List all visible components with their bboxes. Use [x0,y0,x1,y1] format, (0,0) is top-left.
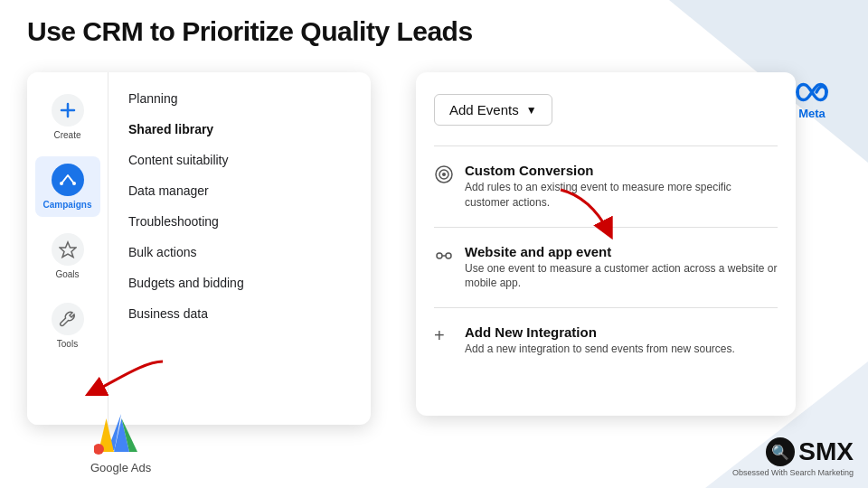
meta-logo-text: Meta [798,107,826,120]
page-title: Use CRM to Prioritize Quality Leads [27,16,473,47]
menu-divider-3 [434,307,778,308]
smx-tagline: Obsessed With Search Marketing [732,468,854,477]
custom-conversion-icon [434,164,454,184]
dropdown-chevron-icon: ▼ [526,104,537,117]
svg-point-14 [437,253,442,258]
goals-label: Goals [55,269,79,279]
google-ads-panel: Create Campaigns Goals [27,72,371,425]
svg-point-15 [446,253,451,258]
add-events-label: Add Events [449,102,519,117]
menu-item-planning[interactable]: Planning [118,85,362,112]
add-events-button[interactable]: Add Events ▼ [434,94,552,126]
create-icon [52,94,84,127]
sidebar-item-goals[interactable]: Goals [35,226,100,286]
meta-menu-add-integration[interactable]: + Add New Integration Add a new integrat… [434,315,778,366]
add-integration-icon: + [434,326,454,346]
smx-label: SMX [798,437,854,466]
google-ads-text: Google Ads [90,461,151,474]
meta-logo-icon [790,80,834,105]
campaigns-icon [52,164,84,196]
sidebar-item-campaigns[interactable]: Campaigns [35,156,100,217]
menu-item-budgets-bidding[interactable]: Budgets and bidding [118,269,362,296]
add-integration-title: Add New Integration [465,324,735,340]
sidebar-item-tools[interactable]: Tools [35,296,100,356]
smx-search-icon: 🔍 [766,437,795,466]
menu-item-content-suitability[interactable]: Content suitability [118,146,362,174]
menu-item-shared-library[interactable]: Shared library [118,116,362,143]
menu-divider [434,145,778,146]
add-integration-desc: Add a new integration to send events fro… [465,342,735,357]
campaigns-label: Campaigns [43,200,92,210]
website-app-desc: Use one event to measure a customer acti… [465,261,778,292]
google-ads-logo: Google Ads [90,405,151,474]
create-label: Create [53,130,80,140]
custom-conversion-title: Custom Conversion [465,163,778,178]
red-arrow-left [90,352,172,398]
svg-point-13 [442,173,446,176]
goals-icon [52,233,84,266]
google-ads-triangle-icon [94,405,148,459]
website-app-icon [434,246,454,266]
menu-item-business-data[interactable]: Business data [118,300,362,327]
smx-logo: 🔍 SMX Obsessed With Search Marketing [732,437,854,477]
menu-item-troubleshooting[interactable]: Troubleshooting [118,208,362,235]
sidebar-item-create[interactable]: Create [35,87,100,147]
menu-item-bulk-actions[interactable]: Bulk actions [118,239,362,266]
red-arrow-right [542,181,633,253]
svg-point-2 [60,182,63,185]
svg-point-3 [72,182,76,185]
meta-logo: Meta [790,80,834,120]
menu-item-data-manager[interactable]: Data manager [118,177,362,204]
tools-icon [52,303,84,335]
tools-label: Tools [57,339,78,349]
